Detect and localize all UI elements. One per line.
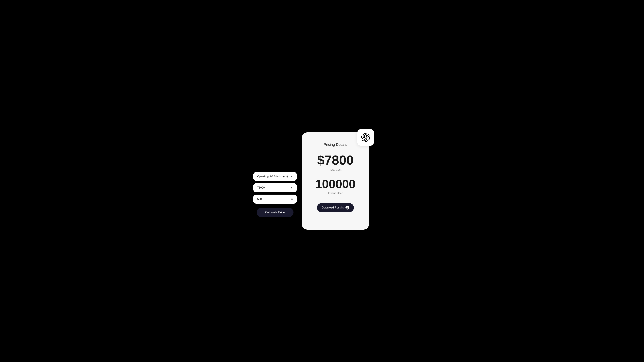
requests-input-wrapper[interactable] xyxy=(253,195,297,204)
spinner-down-icon[interactable] xyxy=(291,199,293,200)
openai-badge xyxy=(357,129,374,146)
tokens-input[interactable] xyxy=(257,186,289,189)
requests-input[interactable] xyxy=(257,198,291,201)
model-select-wrapper[interactable]: OpenAI gpt-3.5-turbo (4k) OpenAI gpt-3.5… xyxy=(253,172,297,181)
model-select-arrow-icon: ▼ xyxy=(290,175,293,178)
controls-panel: OpenAI gpt-3.5-turbo (4k) OpenAI gpt-3.5… xyxy=(253,172,297,217)
download-results-button[interactable]: Download Results xyxy=(317,203,354,212)
model-select[interactable]: OpenAI gpt-3.5-turbo (4k) OpenAI gpt-3.5… xyxy=(257,175,289,178)
pricing-title: Pricing Details xyxy=(324,142,347,147)
total-cost-value: $7800 xyxy=(317,153,354,167)
calculate-price-button[interactable]: Calculate Price xyxy=(256,208,294,217)
tokens-used-value: 100000 xyxy=(315,178,356,190)
tokens-dropdown-icon: ▼ xyxy=(290,186,293,189)
main-scene: OpenAI gpt-3.5-turbo (4k) OpenAI gpt-3.5… xyxy=(255,114,389,248)
download-button-label: Download Results xyxy=(322,206,344,209)
spinner-up-icon[interactable] xyxy=(291,198,293,199)
tokens-input-wrapper[interactable]: ▼ xyxy=(253,183,297,192)
total-cost-label: Total Cost xyxy=(330,168,341,171)
download-icon xyxy=(346,206,349,210)
openai-logo-icon xyxy=(361,133,370,142)
pricing-panel: Pricing Details $7800 Total Cost 100000 … xyxy=(302,132,369,230)
requests-spinner[interactable] xyxy=(291,198,293,200)
tokens-used-label: Tokens Used xyxy=(328,192,343,195)
